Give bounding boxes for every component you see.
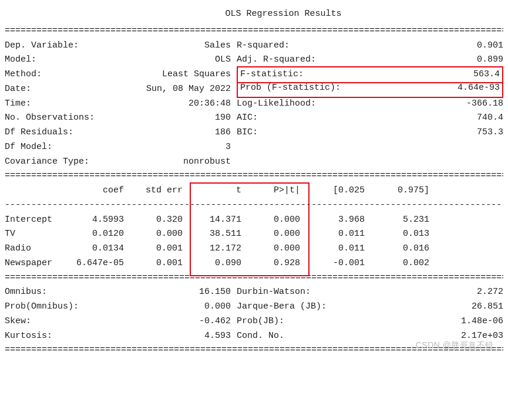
value: Least Squares [42, 67, 231, 82]
cell: 0.001 [130, 256, 189, 271]
value: 753.3 [258, 126, 503, 140]
label: Method: [5, 67, 42, 82]
col-lo: [0.025 [306, 184, 371, 198]
label: Covariance Type: [5, 155, 89, 170]
value: 0.901 [290, 39, 503, 53]
cell: 0.000 [247, 227, 306, 242]
coef-header: coef std err t P>|t| [0.025 0.975] [5, 184, 503, 198]
page-title: OLS Regression Results [5, 7, 503, 22]
cell: 0.928 [247, 256, 306, 271]
label: Prob(Omnibus): [5, 300, 79, 314]
cell: 0.000 [247, 213, 306, 228]
cell: 0.016 [371, 242, 435, 256]
cell: 14.371 [189, 213, 247, 228]
ols-results: OLS Regression Results =================… [5, 7, 503, 358]
label: Model: [5, 53, 36, 67]
cell: 0.011 [306, 227, 371, 242]
value: 190 [95, 111, 231, 126]
cell: 3.968 [306, 213, 371, 228]
cell: 38.511 [189, 227, 247, 242]
label: F-statistic: [240, 67, 304, 82]
cell: -0.001 [306, 256, 371, 271]
cell: 0.0134 [65, 242, 130, 256]
value: 20:36:48 [31, 97, 231, 111]
label: Durbin-Watson: [237, 285, 311, 300]
rule: ----------------------------------------… [5, 198, 503, 213]
label: Df Model: [5, 140, 52, 155]
label: No. Observations: [5, 111, 95, 126]
label: Df Residuals: [5, 126, 73, 140]
cell: Newspaper [5, 256, 65, 271]
label: Jarque-Bera (JB): [237, 300, 327, 314]
table-row: Intercept 4.5993 0.320 14.371 0.000 3.96… [5, 213, 503, 228]
col-t: t [189, 184, 247, 198]
cell: 6.647e-05 [65, 256, 130, 271]
label: Log-Likelihood: [237, 97, 316, 111]
value: 2.272 [311, 285, 503, 300]
col-p: P>|t| [247, 184, 306, 198]
cell: TV [5, 227, 65, 242]
value: -0.462 [31, 314, 231, 329]
col-hi: 0.975] [371, 184, 435, 198]
value: nonrobust [89, 155, 231, 170]
value: 0.000 [79, 300, 231, 314]
label: AIC: [237, 111, 258, 126]
label: Skew: [5, 314, 31, 329]
label: Omnibus: [5, 285, 47, 300]
coef-table: coef std err t P>|t| [0.025 0.975] -----… [5, 184, 503, 271]
cell: 0.002 [371, 256, 435, 271]
value: 4.593 [52, 329, 231, 344]
summary-block: Dep. Variable:Sales R-squared:0.901 Mode… [5, 39, 503, 170]
cell: 5.231 [371, 213, 435, 228]
value: 3 [52, 140, 231, 155]
value: 4.64e-93 [341, 81, 500, 96]
cell: Radio [5, 242, 65, 256]
watermark: CSDN @胖哥真不错 [416, 338, 494, 352]
table-row: Newspaper 6.647e-05 0.001 0.090 0.928 -0… [5, 256, 503, 271]
label: Time: [5, 97, 31, 111]
value: 1.48e-06 [284, 314, 503, 329]
value: 563.4 [304, 67, 500, 82]
label: Dep. Variable: [5, 39, 79, 53]
label: BIC: [237, 126, 258, 140]
cell: 12.172 [189, 242, 247, 256]
label: Prob (F-statistic): [240, 81, 341, 96]
cell: 0.000 [247, 242, 306, 256]
cell: Intercept [5, 213, 65, 228]
label: Prob(JB): [237, 314, 284, 329]
rule: ========================================… [5, 169, 503, 184]
table-row: Radio 0.0134 0.001 12.172 0.000 0.011 0.… [5, 242, 503, 256]
value: -366.18 [316, 97, 503, 111]
cell: 0.013 [371, 227, 435, 242]
cell: 0.0120 [65, 227, 130, 242]
cell: 0.090 [189, 256, 247, 271]
rule: ========================================… [5, 271, 503, 286]
value: OLS [36, 53, 231, 67]
cell: 4.5993 [65, 213, 130, 228]
cell: 0.320 [130, 213, 189, 228]
table-row: TV 0.0120 0.000 38.511 0.000 0.011 0.013 [5, 227, 503, 242]
value: 186 [73, 126, 231, 140]
label: Cond. No. [237, 329, 284, 344]
value: 0.899 [316, 53, 503, 67]
col-se: std err [130, 184, 189, 198]
value: Sales [79, 39, 231, 53]
label: Kurtosis: [5, 329, 52, 344]
cell: 0.000 [130, 227, 189, 242]
cell: 0.011 [306, 242, 371, 256]
value: 16.150 [47, 285, 231, 300]
label: Adj. R-squared: [237, 53, 316, 67]
cell: 0.001 [130, 242, 189, 256]
label: R-squared: [237, 39, 290, 53]
value: 26.851 [327, 300, 503, 314]
col-coef: coef [65, 184, 130, 198]
value: 740.4 [258, 111, 503, 126]
value: Sun, 08 May 2022 [31, 82, 231, 97]
diagnostics-block: Omnibus:16.150 Durbin-Watson:2.272 Prob(… [5, 285, 503, 343]
rule: ========================================… [5, 24, 503, 39]
label: Date: [5, 82, 31, 97]
